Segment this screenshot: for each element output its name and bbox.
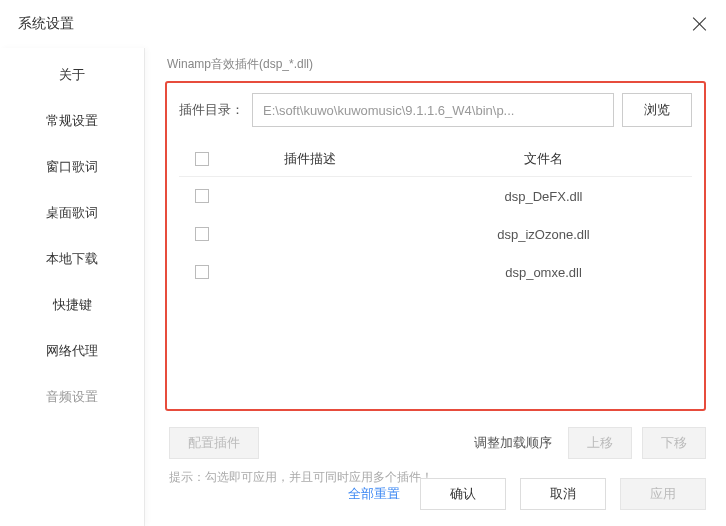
sidebar-item[interactable]: 关于 xyxy=(0,52,144,98)
ok-button[interactable]: 确认 xyxy=(420,478,506,510)
adjust-order-label: 调整加载顺序 xyxy=(474,434,552,452)
plugin-checkbox[interactable] xyxy=(195,227,209,241)
table-header: 插件描述 文件名 xyxy=(179,141,692,177)
select-all-checkbox[interactable] xyxy=(195,152,209,166)
dialog-title: 系统设置 xyxy=(18,15,74,33)
sidebar-item[interactable]: 桌面歌词 xyxy=(0,190,144,236)
table-header-file: 文件名 xyxy=(395,150,692,168)
configure-plugin-button[interactable]: 配置插件 xyxy=(169,427,259,459)
sidebar-item[interactable]: 快捷键 xyxy=(0,282,144,328)
move-down-button[interactable]: 下移 xyxy=(642,427,706,459)
plugin-checkbox[interactable] xyxy=(195,265,209,279)
plugin-file-cell: dsp_DeFX.dll xyxy=(395,189,692,204)
reset-all-link[interactable]: 全部重置 xyxy=(348,485,400,503)
plugin-dir-row: 插件目录： 浏览 xyxy=(179,93,692,127)
plugin-file-cell: dsp_izOzone.dll xyxy=(395,227,692,242)
dialog-body: 关于常规设置窗口歌词桌面歌词本地下载快捷键网络代理音频设置 Winamp音效插件… xyxy=(0,48,726,526)
cancel-button[interactable]: 取消 xyxy=(520,478,606,510)
plugin-highlight-box: 插件目录： 浏览 插件描述 文件名 dsp_DeFX.dlldsp_izOzon… xyxy=(165,81,706,411)
table-header-desc: 插件描述 xyxy=(225,150,395,168)
dialog-header: 系统设置 xyxy=(0,0,726,48)
plugin-dir-label: 插件目录： xyxy=(179,101,244,119)
apply-button[interactable]: 应用 xyxy=(620,478,706,510)
table-row[interactable]: dsp_izOzone.dll xyxy=(179,215,692,253)
sidebar: 关于常规设置窗口歌词桌面歌词本地下载快捷键网络代理音频设置 xyxy=(0,48,145,526)
table-row[interactable]: dsp_omxe.dll xyxy=(179,253,692,291)
dialog-footer: 全部重置 确认 取消 应用 xyxy=(348,478,706,510)
sidebar-item[interactable]: 音频设置 xyxy=(0,374,144,420)
plugin-checkbox[interactable] xyxy=(195,189,209,203)
browse-button[interactable]: 浏览 xyxy=(622,93,692,127)
table-row[interactable]: dsp_DeFX.dll xyxy=(179,177,692,215)
section-title: Winamp音效插件(dsp_*.dll) xyxy=(167,56,706,73)
table-header-check xyxy=(179,152,225,166)
sidebar-item[interactable]: 网络代理 xyxy=(0,328,144,374)
plugin-controls: 配置插件 调整加载顺序 上移 下移 xyxy=(165,427,706,459)
move-up-button[interactable]: 上移 xyxy=(568,427,632,459)
plugin-dir-input[interactable] xyxy=(252,93,614,127)
close-icon[interactable] xyxy=(692,16,708,32)
plugin-table: 插件描述 文件名 dsp_DeFX.dlldsp_izOzone.dlldsp_… xyxy=(179,141,692,397)
plugin-file-cell: dsp_omxe.dll xyxy=(395,265,692,280)
sidebar-item[interactable]: 窗口歌词 xyxy=(0,144,144,190)
main-panel: Winamp音效插件(dsp_*.dll) 插件目录： 浏览 插件描述 文件名 … xyxy=(145,48,726,526)
sidebar-item[interactable]: 本地下载 xyxy=(0,236,144,282)
sidebar-item[interactable]: 常规设置 xyxy=(0,98,144,144)
